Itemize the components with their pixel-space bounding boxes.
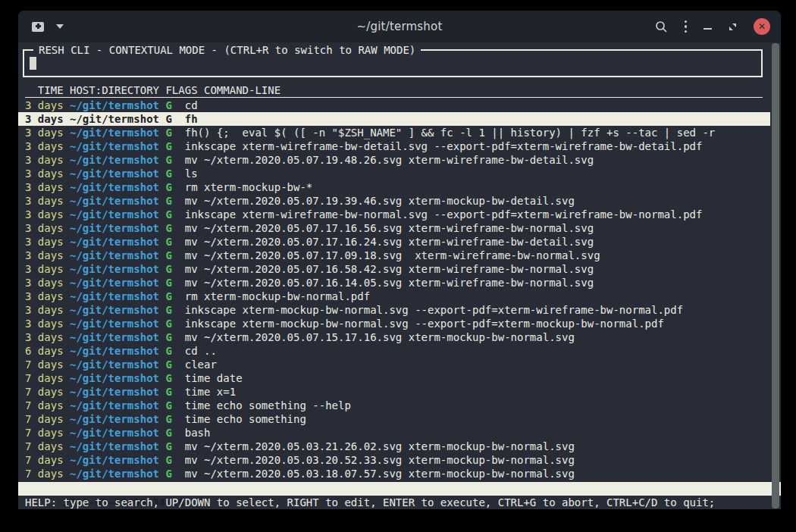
seg-time: 3 days (25, 277, 64, 289)
new-tab-button[interactable] (32, 22, 44, 32)
seg-cmd: mv ~/xterm.2020.05.03.20.52.33.svg xterm… (185, 454, 575, 466)
search-icon (655, 20, 668, 33)
seg-time: 7 days (25, 468, 64, 480)
seg-dir: ~/git/termshot (70, 304, 159, 316)
history-row[interactable]: 7 days~/git/termshotGtime echo something… (18, 399, 770, 412)
close-button[interactable]: ✕ (754, 18, 770, 35)
seg-time: 6 days (25, 345, 64, 357)
seg-time: 3 days (25, 222, 64, 234)
seg-time: 7 days (25, 399, 64, 412)
restore-button[interactable] (729, 23, 737, 31)
seg-time: 7 days (25, 358, 64, 371)
seg-time: 7 days (25, 427, 64, 439)
seg-cmd: time date (185, 372, 243, 384)
search-input[interactable]: RESH CLI - CONTEXTUAL MODE - (CTRL+R to … (23, 49, 763, 77)
seg-dir: ~/git/termshot (70, 345, 159, 357)
history-row[interactable]: 7 days~/git/termshotGmv ~/xterm.2020.05.… (18, 440, 770, 453)
seg-dir: ~/git/termshot (70, 386, 159, 398)
scrollbar-thumb[interactable] (772, 43, 779, 509)
seg-dir: ~/git/termshot (70, 427, 159, 439)
seg-dir: ~/git/termshot (70, 399, 159, 412)
seg-flag: G (165, 454, 171, 466)
seg-cmd: mv ~/xterm.2020.05.07.19.48.26.svg xterm… (185, 154, 594, 166)
seg-dir: ~/git/termshot (70, 263, 159, 275)
history-row[interactable]: 3 days~/git/termshotGmv ~/xterm.2020.05.… (18, 276, 770, 289)
history-row[interactable]: 3 days~/git/termshotGinkscape xterm-wire… (18, 139, 770, 153)
new-tab-dropdown-button[interactable] (56, 24, 64, 29)
seg-flag: G (165, 290, 171, 302)
history-row[interactable]: 3 days~/git/termshotGcd (18, 99, 770, 112)
search-frame-title: RESH CLI - CONTEXTUAL MODE - (CTRL+R to … (33, 43, 421, 57)
seg-dir: ~/git/termshot (70, 236, 159, 248)
seg-time: 3 days (25, 208, 64, 221)
seg-dir: ~/git/termshot (70, 140, 159, 152)
history-row[interactable]: 3 days~/git/termshotGmv ~/xterm.2020.05.… (18, 235, 770, 249)
seg-time: 3 days (25, 195, 64, 207)
text-cursor (30, 57, 36, 70)
seg-flag: G (165, 263, 171, 275)
seg-cmd: mv ~/xterm.2020.05.07.19.39.46.svg xterm… (185, 195, 575, 207)
history-row[interactable]: 3 days~/git/termshotGfh() {; eval $( ([ … (18, 126, 770, 139)
seg-cmd: bash (185, 427, 211, 439)
seg-flag: G (165, 427, 171, 439)
seg-time: 3 days (25, 113, 64, 125)
status-bar: 2020-05-08 00:34:56 tower:~/git/termshot… (18, 482, 781, 496)
seg-time: 7 days (25, 454, 64, 466)
history-row[interactable]: 7 days~/git/termshotGtime x=1 (18, 385, 770, 399)
seg-flag: G (165, 440, 171, 452)
history-row[interactable]: 3 days~/git/termshotGmv ~/xterm.2020.05.… (18, 249, 770, 262)
seg-time: 3 days (25, 167, 64, 180)
history-row[interactable]: 3 days~/git/termshotGmv ~/xterm.2020.05.… (18, 153, 770, 167)
seg-flag: G (165, 181, 171, 193)
history-row[interactable]: 3 days~/git/termshotGmv ~/xterm.2020.05.… (18, 221, 770, 235)
seg-dir: ~/git/termshot (70, 468, 159, 480)
seg-time: 3 days (25, 140, 64, 152)
seg-flag: G (165, 127, 171, 139)
history-row[interactable]: 7 days~/git/termshotGclear (18, 358, 770, 371)
history-row[interactable]: 6 days~/git/termshotGcd .. (18, 344, 770, 358)
seg-time: 3 days (25, 249, 64, 261)
seg-flag: G (165, 277, 171, 289)
seg-cmd: clear (185, 358, 217, 371)
history-row[interactable]: 3 days~/git/termshotGrm xterm-mockup-bw-… (18, 289, 770, 303)
history-row[interactable]: 3 days~/git/termshotGmv ~/xterm.2020.05.… (18, 194, 770, 208)
seg-flag: G (165, 358, 171, 371)
history-row[interactable]: 7 days~/git/termshotGtime date (18, 371, 770, 385)
seg-flag: G (165, 413, 171, 425)
seg-time: 7 days (25, 386, 64, 398)
seg-dir: ~/git/termshot (70, 277, 159, 289)
seg-dir: ~/git/termshot (70, 372, 159, 384)
seg-cmd: ls (185, 167, 198, 180)
restore-icon (729, 23, 737, 31)
search-button[interactable] (655, 20, 668, 33)
history-row[interactable]: 3 days~/git/termshotGinkscape xterm-mock… (18, 317, 770, 330)
history-row[interactable]: 3 days~/git/termshotGinkscape xterm-mock… (18, 303, 770, 317)
history-row[interactable]: 7 days~/git/termshotGmv ~/xterm.2020.05.… (18, 453, 770, 467)
seg-cmd: mv ~/xterm.2020.05.03.18.07.57.svg xterm… (185, 468, 575, 480)
seg-dir: ~/git/termshot (70, 113, 159, 125)
seg-cmd: mv ~/xterm.2020.05.07.17.09.18.svg xterm… (185, 249, 600, 261)
history-row[interactable]: 3 days~/git/termshotGrm xterm-mockup-bw-… (18, 180, 770, 194)
history-row[interactable]: 7 days~/git/termshotGbash (18, 426, 770, 440)
history-row[interactable]: 7 days~/git/termshotGmv ~/xterm.2020.05.… (18, 467, 770, 480)
seg-dir: ~/git/termshot (70, 290, 159, 302)
minimize-button[interactable] (704, 23, 712, 30)
window-title: ~/git/termshot (356, 20, 442, 33)
history-row[interactable]: 3 days~/git/termshotGinkscape xterm-wire… (18, 208, 770, 221)
seg-time: 7 days (25, 440, 64, 452)
history-row[interactable]: 3 days~/git/termshotGls (18, 167, 770, 180)
seg-dir: ~/git/termshot (70, 249, 159, 261)
chevron-down-icon (56, 24, 64, 29)
history-row[interactable]: 3 days~/git/termshotGmv ~/xterm.2020.05.… (18, 262, 770, 276)
terminal-screen: RESH CLI - CONTEXTUAL MODE - (CTRL+R to … (18, 42, 781, 509)
seg-dir: ~/git/termshot (70, 358, 159, 371)
column-header: TIME HOST:DIRECTORY FLAGS COMMAND-LINE (25, 83, 763, 98)
history-row[interactable]: 3 days~/git/termshotGmv ~/xterm.2020.05.… (18, 330, 770, 344)
seg-cmd: time echo something (185, 413, 306, 425)
history-row[interactable]: 7 days~/git/termshotGtime echo something (18, 412, 770, 426)
seg-cmd: time echo something --help (185, 399, 351, 412)
menu-button[interactable] (685, 20, 688, 33)
minimize-icon (704, 28, 712, 30)
seg-cmd: mv ~/xterm.2020.05.07.16.58.42.svg xterm… (185, 263, 594, 275)
history-row-selected[interactable]: 3 days~/git/termshotGfh (18, 112, 770, 126)
